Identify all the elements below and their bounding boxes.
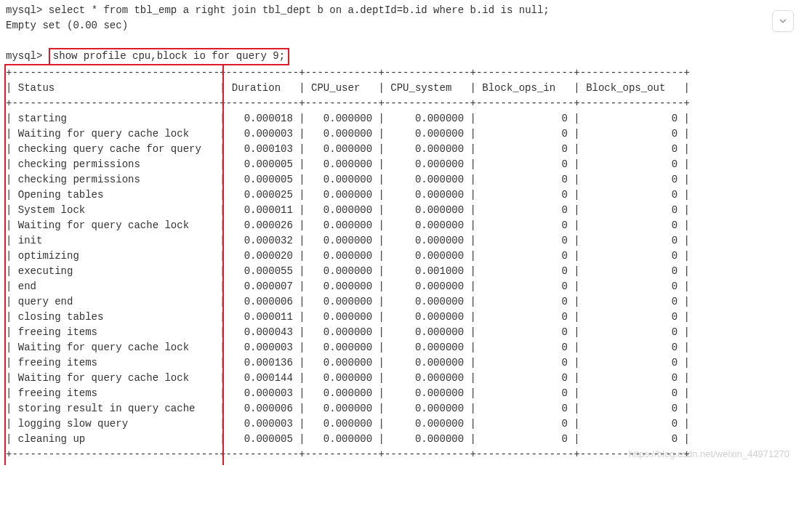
table-row: | end | 0.000007 | 0.000000 | 0.000000 |… — [6, 279, 798, 294]
table-row: | System lock | 0.000011 | 0.000000 | 0.… — [6, 203, 798, 218]
table-row: | freeing items | 0.000003 | 0.000000 | … — [6, 386, 798, 401]
table-row: | logging slow query | 0.000003 | 0.0000… — [6, 416, 798, 432]
table-row: | freeing items | 0.000136 | 0.000000 | … — [6, 355, 798, 371]
table-row: | checking query cache for query | 0.000… — [6, 142, 798, 157]
expand-button[interactable] — [772, 10, 794, 32]
table-row: | cleaning up | 0.000005 | 0.000000 | 0.… — [6, 432, 798, 447]
table-row: | Waiting for query cache lock | 0.00000… — [6, 340, 798, 355]
table-row: | optimizing | 0.000020 | 0.000000 | 0.0… — [6, 249, 798, 264]
chevron-down-icon — [778, 16, 788, 26]
profile-command: show profile cpu,block io for query 9; — [53, 50, 285, 62]
prompt: mysql> — [6, 4, 42, 16]
table-header-row: | Status | Duration | CPU_user | CPU_sys… — [6, 81, 798, 96]
profile-command-line: mysql> show profile cpu,block io for que… — [6, 49, 798, 64]
table-row: | checking permissions | 0.000005 | 0.00… — [6, 172, 798, 188]
table-row: | Waiting for query cache lock | 0.00002… — [6, 218, 798, 233]
table-row: | closing tables | 0.000011 | 0.000000 |… — [6, 310, 798, 325]
table-row: | Waiting for query cache lock | 0.00000… — [6, 126, 798, 142]
table-row: | query end | 0.000006 | 0.000000 | 0.00… — [6, 294, 798, 310]
table-border-mid: +----------------------------------+----… — [6, 96, 798, 111]
sql-query: select * from tbl_emp a right join tbl_d… — [49, 4, 550, 16]
table-row: | storing result in query cache | 0.0000… — [6, 401, 798, 416]
table-row: | executing | 0.000055 | 0.000000 | 0.00… — [6, 264, 798, 279]
table-row: | freeing items | 0.000043 | 0.000000 | … — [6, 325, 798, 340]
profile-table: +----------------------------------+----… — [6, 65, 798, 462]
table-row: | Waiting for query cache lock | 0.00014… — [6, 371, 798, 386]
query-result: Empty set (0.00 sec) — [6, 18, 798, 33]
blank-line — [6, 33, 798, 49]
table-row: | starting | 0.000018 | 0.000000 | 0.000… — [6, 111, 798, 126]
sql-query-line: mysql> select * from tbl_emp a right joi… — [6, 3, 798, 18]
table-row: | init | 0.000032 | 0.000000 | 0.000000 … — [6, 233, 798, 249]
table-border-top: +----------------------------------+----… — [6, 65, 798, 81]
table-row: | Opening tables | 0.000025 | 0.000000 |… — [6, 188, 798, 203]
prompt: mysql> — [6, 50, 42, 62]
profile-command-highlight: show profile cpu,block io for query 9; — [49, 48, 289, 65]
table-border-bottom: +----------------------------------+----… — [6, 447, 798, 462]
table-row: | checking permissions | 0.000005 | 0.00… — [6, 157, 798, 172]
